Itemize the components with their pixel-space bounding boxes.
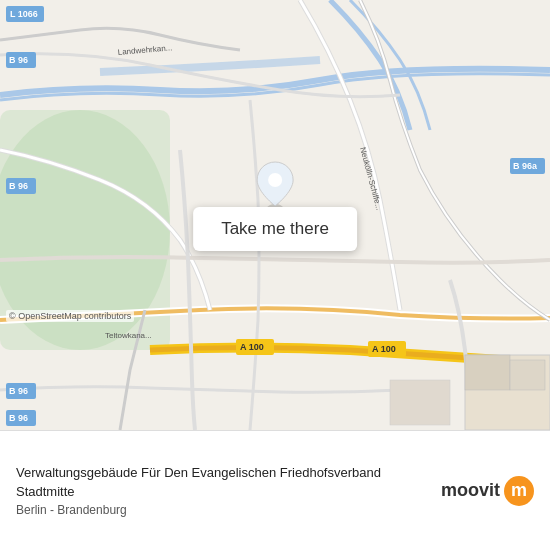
- moovit-text: moovit: [441, 480, 500, 501]
- map-container: L 1066 B 96 B 96 B 96 B 96 B 96a A 100 A…: [0, 0, 550, 550]
- button-overlay: Take me there: [193, 161, 357, 251]
- svg-text:Teltowkana...: Teltowkana...: [105, 331, 152, 340]
- location-pin-icon: [250, 161, 300, 211]
- svg-text:B 96: B 96: [9, 55, 28, 65]
- map-view[interactable]: L 1066 B 96 B 96 B 96 B 96 B 96a A 100 A…: [0, 0, 550, 430]
- svg-text:A 100: A 100: [240, 342, 264, 352]
- svg-text:A 100: A 100: [372, 344, 396, 354]
- place-details: Verwaltungsgebäude Für Den Evangelischen…: [16, 464, 429, 516]
- moovit-logo: moovit m: [441, 476, 534, 506]
- place-location: Berlin - Brandenburg: [16, 503, 429, 517]
- svg-text:B 96a: B 96a: [513, 161, 538, 171]
- svg-rect-5: [510, 360, 545, 390]
- osm-attribution: © OpenStreetMap contributors: [6, 310, 134, 322]
- route-info: Verwaltungsgebäude Für Den Evangelischen…: [16, 464, 429, 516]
- svg-text:B 96: B 96: [9, 413, 28, 423]
- place-name: Verwaltungsgebäude Für Den Evangelischen…: [16, 464, 429, 500]
- moovit-icon: m: [504, 476, 534, 506]
- svg-text:B 96: B 96: [9, 386, 28, 396]
- svg-text:B 96: B 96: [9, 181, 28, 191]
- svg-point-27: [268, 173, 282, 187]
- svg-text:L 1066: L 1066: [10, 9, 38, 19]
- take-me-there-button[interactable]: Take me there: [193, 207, 357, 251]
- svg-rect-4: [465, 355, 510, 390]
- svg-rect-6: [390, 380, 450, 425]
- place-info-bar: Verwaltungsgebäude Für Den Evangelischen…: [0, 430, 550, 550]
